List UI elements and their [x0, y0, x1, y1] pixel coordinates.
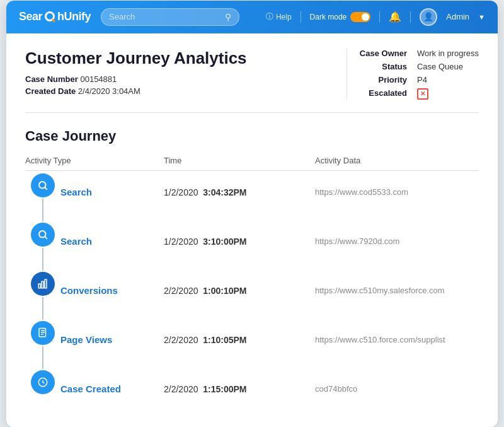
activity-time: 2/2/2020 1:15:00PM [164, 384, 315, 394]
case-number-row: Case Number 00154881 [25, 74, 334, 84]
page-title: Customer Journey Analytics [25, 49, 334, 68]
escalated-value: ✕ [417, 88, 479, 100]
activity-time-value: 3:10:00PM [203, 237, 246, 247]
help-icon: ⓘ [266, 11, 273, 22]
created-date-label: Created Date [25, 86, 76, 96]
activity-time-value: 1:00:10PM [203, 286, 246, 296]
search-bar[interactable]: ⚲ [101, 8, 239, 26]
journey-list: Search 1/2/2020 3:04:32PM https://www.co… [25, 173, 479, 408]
priority-value: P4 [417, 75, 479, 85]
activity-type: Conversions [60, 285, 164, 296]
activity-type-link[interactable]: Search [60, 187, 92, 197]
dark-mode-label: Dark mode [310, 13, 347, 21]
case-info: Customer Journey Analytics Case Number 0… [25, 49, 334, 96]
help-button[interactable]: ⓘ Help [266, 11, 292, 22]
journey-row: Search 1/2/2020 3:04:32PM https://www.co… [60, 173, 479, 211]
case-owner-label: Case Owner [360, 49, 407, 58]
activity-data: cod74bbfco [315, 384, 479, 394]
activity-icon-conversions [31, 272, 55, 296]
svg-line-1 [45, 187, 47, 189]
logo-o-icon [45, 11, 55, 21]
activity-date: 2/2/2020 [164, 335, 198, 345]
activity-time-value: 1:15:00PM [203, 384, 246, 394]
journey-icon-col [25, 370, 60, 394]
col-time: Time [164, 156, 315, 165]
svg-line-3 [45, 236, 47, 238]
activity-type-link[interactable]: Case Created [60, 383, 121, 394]
journey-icon-col [25, 321, 60, 370]
escalated-icon: ✕ [417, 88, 428, 100]
list-item: Case Created 2/2/2020 1:15:00PM cod74bbf… [25, 370, 479, 408]
activity-icon-page-views [31, 321, 55, 345]
activity-data: https://www.7920d.com [315, 237, 479, 246]
dark-mode-switch[interactable] [350, 12, 370, 22]
search-input[interactable] [109, 12, 220, 21]
help-label: Help [276, 13, 292, 21]
journey-icon-col [25, 272, 60, 321]
search-icon: ⚲ [225, 12, 231, 22]
status-label: Status [360, 62, 407, 71]
connector [42, 297, 43, 320]
svg-rect-6 [45, 279, 47, 288]
activity-icon-case-created [31, 370, 55, 394]
svg-rect-5 [42, 281, 43, 288]
activity-time-value: 1:10:05PM [203, 335, 246, 345]
journey-icon-col [25, 173, 60, 223]
activity-date: 1/2/2020 [164, 237, 198, 247]
list-item: Search 1/2/2020 3:04:32PM https://www.co… [25, 173, 479, 223]
activity-type-link[interactable]: Search [60, 236, 92, 247]
section-title: Case Journey [25, 128, 479, 144]
status-value: Case Queue [417, 62, 479, 71]
nav-divider-1 [301, 11, 301, 23]
col-activity-data: Activity Data [315, 156, 479, 165]
app-window: SearhUnify ⚲ ⓘ Help Dark mode 🔔 👤 Admin … [6, 1, 498, 427]
journey-row: Case Created 2/2/2020 1:15:00PM cod74bbf… [60, 370, 479, 408]
activity-time: 2/2/2020 1:00:10PM [164, 286, 315, 296]
priority-label: Priority [360, 75, 407, 85]
logo-text: Sear [19, 10, 42, 23]
connector [42, 248, 43, 271]
list-item: Search 1/2/2020 3:10:00PM https://www.79… [25, 223, 479, 272]
activity-date: 1/2/2020 [164, 187, 198, 197]
connector [42, 346, 43, 369]
chevron-down-icon[interactable]: ▼ [478, 13, 485, 21]
navbar: SearhUnify ⚲ ⓘ Help Dark mode 🔔 👤 Admin … [6, 1, 498, 33]
case-number-value: 00154881 [80, 74, 117, 84]
app-logo[interactable]: SearhUnify [19, 10, 91, 23]
logo-text-after: hUnify [57, 10, 91, 23]
list-item: Conversions 2/2/2020 1:00:10PM https://w… [25, 272, 479, 321]
activity-type: Search [60, 236, 164, 247]
list-item: Page Views 2/2/2020 1:10:05PM https://ww… [25, 321, 479, 370]
journey-icon-col [25, 223, 60, 272]
activity-type: Search [60, 187, 164, 198]
journey-row: Search 1/2/2020 3:10:00PM https://www.79… [60, 223, 479, 260]
activity-data: https://www.cod5533.com [315, 187, 479, 197]
journey-row: Conversions 2/2/2020 1:00:10PM https://w… [60, 272, 479, 310]
nav-divider-3 [410, 11, 411, 23]
journey-row: Page Views 2/2/2020 1:10:05PM https://ww… [60, 321, 479, 359]
case-owner-value: Work in progress [417, 49, 479, 58]
activity-type-link[interactable]: Page Views [60, 334, 112, 345]
activity-date: 2/2/2020 [164, 384, 198, 394]
table-header: Activity Type Time Activity Data [25, 156, 479, 171]
admin-label: Admin [446, 12, 469, 21]
dark-mode-toggle[interactable]: Dark mode [310, 12, 371, 22]
activity-date: 2/2/2020 [164, 286, 198, 296]
created-date-row: Created Date 2/4/2020 3:04AM [25, 86, 334, 96]
case-number-label: Case Number [25, 74, 78, 84]
avatar[interactable]: 👤 [420, 8, 437, 26]
activity-time: 1/2/2020 3:04:32PM [164, 187, 315, 197]
connector [42, 199, 43, 221]
nav-divider-2 [379, 11, 380, 23]
activity-type: Page Views [60, 334, 164, 346]
case-journey: Case Journey Activity Type Time Activity… [25, 128, 479, 408]
activity-icon-search [31, 173, 55, 197]
case-meta: Case Number 00154881 Created Date 2/4/20… [25, 74, 334, 96]
activity-type-link[interactable]: Conversions [60, 285, 118, 296]
col-activity-type: Activity Type [25, 156, 164, 165]
bell-icon[interactable]: 🔔 [389, 11, 401, 23]
activity-data: https://www.c510.force.com/supplist [315, 335, 479, 344]
escalated-label: Escalated [360, 88, 407, 98]
activity-data: https://www.c510my.salesforce.com [315, 286, 479, 295]
activity-type: Case Created [60, 383, 164, 395]
